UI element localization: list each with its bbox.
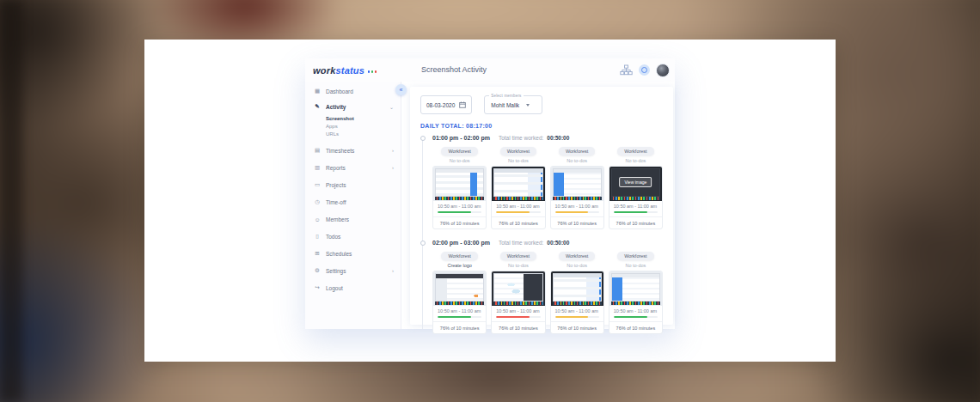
filter-controls: 08-03-2020 Select members Mohit Malik [420,95,663,114]
sidebar-item-label: Settings [326,268,346,274]
sidebar-item[interactable]: ☺ Members [305,210,401,228]
date-picker[interactable]: 08-03-2020 [420,95,472,114]
todo-label: No to-dos [491,158,545,163]
sidebar-item-icon: ☺ [314,216,321,222]
screenshot-thumbnail[interactable] [433,271,486,306]
screenshot-thumbnail[interactable] [433,167,486,201]
activity-panel: 08-03-2020 Select members Mohit Malik DA… [410,87,673,325]
screenshot-meta: 10:50 am - 11:00 am [492,306,544,319]
activity-progress-track [496,211,540,214]
screenshot-time-range: 10:50 am - 11:00 am [614,308,658,314]
workstatus-logo[interactable]: workstatus [313,65,377,76]
section-time-range: 01:00 pm - 02:00 pm [432,135,490,141]
project-badge: Workforest [441,147,478,155]
hour-section: 01:00 pm - 02:00 pm Total time worked: 0… [432,135,663,229]
sidebar-item[interactable]: ↪ Logout [305,279,401,296]
activity-progress-track [555,316,599,319]
member-select[interactable]: Select members Mohit Malik [484,95,542,114]
section-total-label: Total time worked: [499,135,543,141]
activity-progress-fill [438,316,471,319]
screenshot-time-range: 10:50 am - 11:00 am [614,204,658,209]
screenshot-thumbnail[interactable] [609,271,662,306]
project-badge: Workforest [617,147,654,155]
screenshot-grid: Workforest No to-dos 10:50 am - 11:00 am [432,147,663,229]
member-select-value: Mohit Malik [491,102,519,108]
sidebar-item[interactable]: ▯ Todos [305,228,401,245]
activity-progress-track [438,316,481,319]
activity-progress-track [496,316,540,319]
sidebar-item-label: Members [326,216,349,222]
sidebar-item[interactable]: ▭ Projects [305,176,401,193]
screenshot-card: Workforest No to-dos 10:50 am - 11:00 am [491,252,545,334]
dropdown-caret-icon [526,104,530,107]
screenshot-meta: 10:50 am - 11:00 am [433,306,486,319]
sidebar-item-icon: ↪ [314,284,321,291]
timeline-dot [420,241,426,246]
chevron-icon: › [392,165,394,170]
activity-percentage: 76% of 10 minutes [492,216,544,228]
app-header: workstatus Screenshot Activity [305,58,675,82]
activity-progress-track [438,211,481,214]
screenshot-thumbnail[interactable] [492,271,544,306]
sidebar-collapse-button[interactable]: « [395,84,407,95]
team-hierarchy-icon[interactable] [620,64,633,76]
screenshot-thumbnail[interactable] [551,271,603,306]
messenger-icon[interactable] [639,64,650,76]
screenshot-meta: 10:50 am - 11:00 am [609,306,662,319]
hour-section: 02:00 pm - 03:00 pm Total time worked: 0… [432,240,663,334]
screenshot-time-range: 10:50 am - 11:00 am [555,308,599,314]
sidebar-item[interactable]: ▤ Timesheets › [305,142,401,159]
screenshot-thumbnail[interactable] [492,167,544,201]
section-header: 02:00 pm - 03:00 pm Total time worked: 0… [432,240,663,246]
submenu-item[interactable]: Screenshot [326,115,401,123]
todo-label: No to-dos [491,263,545,268]
todo-label: Create logo [432,263,487,268]
screenshot-card: Workforest No to-dos 10:50 am - 11:00 am [550,252,604,334]
sidebar-item-label: Activity [326,104,346,110]
activity-progress-track [555,211,599,214]
sidebar-item-icon: ▥ [314,164,321,171]
header-icons [620,64,675,77]
activity-percentage: 76% of 10 minutes [433,321,486,333]
screenshot-card: Workforest No to-dos 10:50 am - 11:00 am [491,147,545,229]
sidebar-item-icon: ⚙ [314,267,321,274]
project-badge: Workforest [617,252,654,260]
logo-text-work: work [313,65,335,76]
activity-progress-fill [614,316,647,319]
submenu-item[interactable]: Apps [326,123,401,131]
submenu-item[interactable]: URLs [326,131,401,138]
screenshot-time-range: 10:50 am - 11:00 am [496,204,540,209]
sidebar-item-label: Dashboard [326,88,353,94]
activity-submenu: Screenshot Apps URLs [305,114,401,142]
screenshot-thumbnail[interactable]: View image [609,167,662,201]
chevron-icon: › [392,268,394,273]
screenshot-meta: 10:50 am - 11:00 am [492,201,544,214]
sidebar-item-icon: ◷ [314,198,321,205]
activity-percentage: 76% of 10 minutes [609,216,662,228]
sidebar-item-icon: ✎ [314,103,321,110]
sidebar-item[interactable]: ▥ Reports › [305,159,401,176]
screenshot-meta: 10:50 am - 11:00 am [551,306,603,319]
sidebar-item-icon: ▭ [314,181,321,188]
project-badge: Workforest [441,252,478,260]
chevron-icon: › [392,148,394,153]
background-dark-edge [0,0,22,402]
sidebar-item-icon: ▯ [314,233,321,240]
screenshot-card: Workforest Create logo 10:50 am - 11:00 … [432,252,487,334]
sidebar-item[interactable]: ◷ Time-off [305,193,401,210]
sidebar-item[interactable]: ⚙ Settings › [305,262,401,279]
sidebar-item[interactable]: ✎ Activity ⌄ [305,99,401,114]
sidebar-navigation: « ▦ Dashboard ✎ Activity ⌄ Screenshot [305,82,401,329]
user-avatar[interactable] [656,64,670,77]
sidebar-item[interactable]: ⊞ Schedules [305,245,401,262]
logo-dots [366,65,377,76]
screenshot-time-range: 10:50 am - 11:00 am [496,308,540,314]
todo-label: No to-dos [550,263,604,268]
screenshot-thumbnail[interactable] [551,167,603,201]
sidebar-item[interactable]: ▦ Dashboard [305,83,401,99]
screenshot-meta: 10:50 am - 11:00 am [609,201,662,214]
daily-total-label: DAILY TOTAL: [420,123,464,129]
view-image-button[interactable]: View image [619,177,652,187]
timeline-dot [420,136,426,141]
section-time-range: 02:00 pm - 03:00 pm [432,240,490,246]
